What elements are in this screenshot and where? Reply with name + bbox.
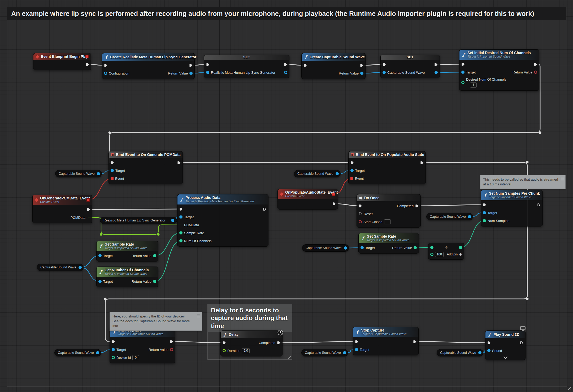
output-pin[interactable] <box>343 351 346 354</box>
retval-pin-icon[interactable] <box>414 246 417 249</box>
sound-pin-icon[interactable] <box>487 349 490 352</box>
variable-node-p3[interactable]: Capturable Sound Wave <box>294 170 341 177</box>
node-header[interactable]: Event Blueprint Begin Play <box>33 53 91 60</box>
target-pin-icon[interactable] <box>355 348 358 351</box>
value-box[interactable]: 100 <box>435 252 444 257</box>
value-box[interactable]: 5.0 <box>242 348 250 353</box>
in2-pin-icon[interactable] <box>430 253 433 256</box>
node-divide[interactable]: ÷100Add pin⊕ <box>428 243 464 260</box>
value-box[interactable]: 1 <box>470 82 477 88</box>
execin-pin-icon[interactable] <box>487 341 491 345</box>
execout-pin-icon[interactable] <box>284 63 287 66</box>
execin-pin-icon[interactable] <box>111 161 114 164</box>
delegate-pin[interactable] <box>86 198 90 202</box>
deviceid-pin-icon[interactable] <box>112 356 115 359</box>
target-pin-icon[interactable] <box>350 169 354 172</box>
node-header[interactable]: ƒGet Sample RateTarget is Imported Sound… <box>97 241 158 251</box>
completed-pin-icon[interactable] <box>277 341 280 345</box>
reset-pin-icon[interactable] <box>359 212 362 216</box>
target-pin-icon[interactable] <box>483 211 486 214</box>
execin-pin-icon[interactable] <box>179 207 183 211</box>
execin-pin-icon[interactable] <box>206 63 210 66</box>
node-delay[interactable]: ƒDelayCompletedDuration5.0 <box>220 330 283 356</box>
node-header[interactable]: Bind Event to On Generate PCMData <box>109 151 183 158</box>
in1-pin-icon[interactable] <box>430 246 433 249</box>
node-header[interactable]: SET <box>204 55 289 60</box>
target-pin-icon[interactable] <box>112 348 115 351</box>
variable-node-p9[interactable]: Realistic Meta Human Lip Sync Generator <box>100 217 177 224</box>
node-create_cap[interactable]: ƒCreate Capturable Sound WaveReturn Valu… <box>301 53 366 79</box>
blueprint-graph-canvas[interactable]: An example where lip sync is performed a… <box>0 0 573 392</box>
node-header[interactable]: ƒCreate Capturable Sound Wave <box>302 53 365 61</box>
samplerate-pin-icon[interactable] <box>179 231 183 234</box>
configuration-pin-icon[interactable] <box>104 72 107 75</box>
retval-pin-icon[interactable] <box>153 254 156 257</box>
node-header[interactable]: ⇉Do Once <box>357 194 420 201</box>
output-pin[interactable] <box>344 246 347 250</box>
execin-pin-icon[interactable] <box>112 340 115 343</box>
execout-pin-icon[interactable] <box>177 161 181 164</box>
value_in-pin-icon[interactable] <box>206 71 209 74</box>
event-pin-icon[interactable] <box>111 177 114 180</box>
execout-pin-icon[interactable] <box>520 341 523 345</box>
node-stop_capture[interactable]: ƒStop CaptureTarget is Capturable Sound … <box>353 327 419 355</box>
output-pin[interactable] <box>478 351 481 354</box>
node-do_once[interactable]: ⇉Do OnceCompletedResetStart Closed <box>357 194 421 228</box>
node-set1[interactable]: SETRealistic Meta Human Lip Sync Generat… <box>204 55 289 78</box>
node-bind_pop[interactable]: Bind Event to On Populate Audio StateTar… <box>348 151 426 184</box>
value_in-pin-icon[interactable] <box>383 71 386 74</box>
add-pin-button[interactable]: Add pin⊕ <box>447 252 462 256</box>
node-header[interactable]: ƒCreate Realistic Meta Human Lip Sync Ge… <box>102 53 194 61</box>
retval-pin-icon[interactable] <box>189 72 193 75</box>
target-pin-icon[interactable] <box>111 169 114 172</box>
main-comment-title[interactable]: An example where lip sync is performed a… <box>7 7 566 20</box>
variable-node-p8[interactable]: Capturable Sound Wave <box>437 349 483 356</box>
value_out-pin-icon[interactable] <box>284 71 287 74</box>
expand-chevron[interactable] <box>485 356 525 360</box>
target-pin-icon[interactable] <box>179 215 183 219</box>
node-header[interactable]: ƒGet Sample RateTarget is Imported Sound… <box>359 233 419 243</box>
variable-node-p1[interactable]: Capturable Sound Wave <box>55 170 102 177</box>
execin-pin-icon[interactable] <box>223 341 226 345</box>
node-play_sound[interactable]: ƒPlay Sound 2DSound <box>485 330 526 360</box>
pcmdata-pin-icon[interactable] <box>179 223 183 227</box>
node-header[interactable]: ƒSet Initial Desired Num Of ChannelsTarg… <box>459 50 539 60</box>
execin-pin-icon[interactable] <box>383 63 386 66</box>
retval-pin-icon[interactable] <box>360 72 363 75</box>
exec-pin-icon[interactable] <box>332 202 336 206</box>
variable-node-p6[interactable]: Capturable Sound Wave <box>54 349 101 356</box>
retval-pin-icon[interactable] <box>534 71 537 74</box>
value-box[interactable] <box>384 219 391 224</box>
retval-pin-icon[interactable] <box>153 280 156 283</box>
output-pin[interactable] <box>336 172 339 175</box>
execout-pin-icon[interactable] <box>420 161 424 164</box>
execout-pin-icon[interactable] <box>170 340 173 343</box>
node-begin_play[interactable]: Event Blueprint Begin Play <box>33 53 91 70</box>
node-onpcm[interactable]: OnGeneratePCMData_EventCustom EventPCMDa… <box>32 195 92 223</box>
target-pin-icon[interactable] <box>361 246 364 249</box>
execin-pin-icon[interactable] <box>303 64 307 67</box>
execout-pin-icon[interactable] <box>360 64 363 67</box>
out-pin-icon[interactable] <box>459 246 462 249</box>
exec-pin-icon[interactable] <box>87 208 90 211</box>
node-gsr_left[interactable]: ƒGet Sample RateTarget is Imported Sound… <box>96 241 158 262</box>
node-header[interactable]: OnGeneratePCMData_EventCustom Event <box>33 195 92 205</box>
node-header[interactable]: SET <box>381 55 440 60</box>
execout-pin-icon[interactable] <box>434 63 438 66</box>
node-set2[interactable]: SETCapturable Sound Wave <box>380 55 440 78</box>
execin-pin-icon[interactable] <box>350 161 354 164</box>
value_out-pin-icon[interactable] <box>435 71 438 74</box>
node-gsr_right[interactable]: ƒGet Sample RateTarget is Imported Sound… <box>358 233 419 254</box>
node-start_capture[interactable]: ƒStart CaptureTarget is Capturable Sound… <box>110 327 175 363</box>
node-set_initial[interactable]: ƒSet Initial Desired Num Of ChannelsTarg… <box>459 49 539 91</box>
desired-pin-icon[interactable] <box>461 81 465 84</box>
variable-node-p4[interactable]: Capturable Sound Wave <box>302 244 349 252</box>
output-pin[interactable] <box>171 219 174 222</box>
target-pin-icon[interactable] <box>461 71 465 74</box>
execout-pin-icon[interactable] <box>534 63 537 66</box>
execout-pin-icon[interactable] <box>263 207 266 211</box>
stream-note-bubble[interactable]: This needs to be called so that audio is… <box>480 175 566 189</box>
node-header[interactable]: Bind Event to On Populate Audio State <box>349 151 426 158</box>
variable-node-p5[interactable]: Capturable Sound Wave <box>426 213 473 220</box>
variable-node-p2[interactable]: Capturable Sound Wave <box>37 264 84 271</box>
